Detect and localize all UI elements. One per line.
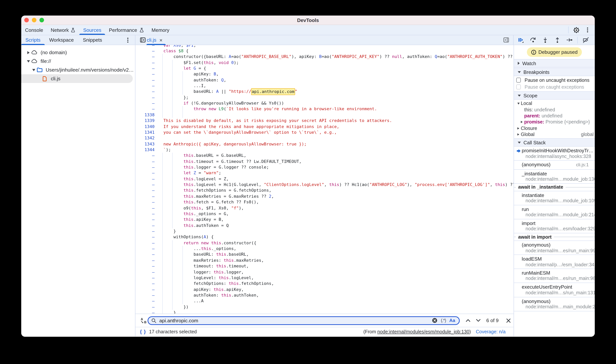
gutter-dash[interactable]: –	[135, 286, 154, 292]
window-titlebar[interactable]: DevTools	[21, 15, 595, 25]
call-stack-frame[interactable]: runnode:internal/m…module_job:214	[514, 205, 595, 219]
checkbox[interactable]	[516, 78, 521, 83]
code-line[interactable]: 1344`);	[135, 147, 514, 153]
tree-item-cli-js[interactable]: cli.js	[21, 74, 135, 83]
gutter-dash[interactable]: –	[135, 199, 154, 205]
code-line[interactable]: – let G = {	[135, 65, 514, 71]
call-stack-async-separator[interactable]: await in _instantiate	[514, 184, 595, 191]
chevron-right-icon[interactable]	[521, 121, 524, 123]
gutter-line-number[interactable]: 1342	[135, 135, 154, 141]
code-line[interactable]: – this.apiKey = B,	[135, 217, 514, 223]
code-line[interactable]: – this.fetchOptions = G.fetchOptions,	[135, 188, 514, 194]
code-line[interactable]: – ...A	[135, 298, 514, 304]
gutter-dash[interactable]: –	[135, 65, 154, 71]
gutter-dash[interactable]: –	[135, 304, 154, 310]
navigator-more-kebab-icon[interactable]	[124, 36, 132, 44]
gutter-dash[interactable]: –	[135, 292, 154, 298]
gutter-dash[interactable]: –	[135, 222, 154, 228]
previous-match-icon[interactable]	[464, 317, 472, 324]
chevron-right-icon[interactable]	[517, 127, 521, 130]
call-stack-frame[interactable]: (anonymous)cli.js:1	[514, 161, 595, 170]
code-line[interactable]: –var Xs0, $F1;	[135, 45, 514, 48]
gutter-dash[interactable]: –	[135, 153, 154, 159]
gutter-dash[interactable]: –	[135, 176, 154, 182]
tree-item--no-domain-[interactable]: (no domain)	[21, 48, 135, 57]
scope-row-promise[interactable]: promise: Promise {<pending>}	[514, 119, 595, 125]
code-line[interactable]: – this.fetch = G.fetch ?? Fs0(),	[135, 199, 514, 205]
code-line[interactable]: – baseURL: A || "https://api.anthropic.c…	[135, 89, 514, 95]
code-line[interactable]: – constructor({baseURL: A=ao("ANTHROPIC_…	[135, 54, 514, 60]
tree-item-file-[interactable]: file://	[21, 57, 135, 65]
navigator-tab-workspace[interactable]: Workspace	[44, 35, 78, 45]
gutter-dash[interactable]: –	[135, 106, 154, 112]
gutter-dash[interactable]: –	[135, 246, 154, 252]
breakpoints-section-header[interactable]: Breakpoints	[514, 68, 595, 76]
gutter-dash[interactable]: –	[135, 60, 154, 65]
editor-tab-cli-js[interactable]: cli.js ×	[146, 35, 166, 45]
code-line[interactable]: 1338	[135, 112, 514, 118]
gutter-dash[interactable]: –	[135, 275, 154, 281]
code-line[interactable]: – apiKey: this.apiKey,	[135, 286, 514, 292]
gutter-dash[interactable]: –	[135, 71, 154, 77]
code-line[interactable]: – this.maxRetries = G.maxRetries ?? 2,	[135, 194, 514, 199]
navigator-tab-snippets[interactable]: Snippets	[78, 35, 107, 45]
more-options-kebab-icon[interactable]	[584, 26, 591, 34]
call-stack-frame[interactable]: promiseInitHookWithDestroyTr…node:intern…	[514, 147, 595, 161]
gutter-dash[interactable]: –	[135, 170, 154, 176]
code-line[interactable]: 1342	[135, 135, 514, 141]
gutter-dash[interactable]: –	[135, 234, 154, 240]
code-line[interactable]: – this.timeout = G.timeout ?? Lw.DEFAULT…	[135, 158, 514, 164]
gutter-line-number[interactable]: 1339	[135, 118, 154, 124]
code-line[interactable]: – let Z = "warn";	[135, 170, 514, 176]
call-stack-section-header[interactable]: Call Stack	[514, 138, 595, 147]
gutter-dash[interactable]: –	[135, 164, 154, 170]
gutter-dash[interactable]: –	[135, 194, 154, 199]
call-stack-frame[interactable]: loadESMnode:internal/p…/esm_loader:34	[514, 255, 595, 269]
step-icon[interactable]	[566, 36, 573, 44]
code-line[interactable]: – this.logLevel = Z,	[135, 176, 514, 182]
gutter-dash[interactable]: –	[135, 217, 154, 223]
chevron-down-icon[interactable]	[517, 103, 521, 104]
code-line[interactable]: – ...I,	[135, 83, 514, 89]
tab-memory[interactable]: Memory	[148, 25, 173, 35]
code-line[interactable]: – if (!G.dangerouslyAllowBrowser && Ys0(…	[135, 100, 514, 106]
gutter-dash[interactable]: –	[135, 252, 154, 258]
gutter-dash[interactable]: –	[135, 188, 154, 194]
gutter-dash[interactable]: –	[135, 94, 154, 100]
minimize-window-button[interactable]	[32, 18, 36, 22]
code-line[interactable]: – apiKey: B,	[135, 71, 514, 77]
code-line[interactable]: 1339This is disabled by default, as it r…	[135, 118, 514, 124]
pretty-print-icon[interactable]: { }	[140, 329, 146, 335]
gutter-dash[interactable]: –	[135, 298, 154, 304]
gutter-dash[interactable]: –	[135, 158, 154, 164]
code-line[interactable]: – ...this._options,	[135, 246, 514, 252]
gutter-dash[interactable]: –	[135, 182, 154, 188]
checkbox[interactable]	[516, 85, 521, 89]
call-stack-frame[interactable]: (anonymous)node:internal/m…main_module:2	[514, 297, 595, 311]
code-line[interactable]: – withOptions(A) {	[135, 234, 514, 240]
call-stack-frame[interactable]: runMainESMnode:internal/m…es/run_main:98	[514, 269, 595, 283]
scope-row-this[interactable]: this: undefined	[514, 107, 595, 113]
gutter-dash[interactable]: –	[135, 45, 154, 48]
tab-network[interactable]: Network	[47, 25, 79, 35]
tab-console[interactable]: Console	[21, 25, 47, 35]
call-stack-frame[interactable]: executeUserEntryPointnode:internal/m…s/r…	[514, 283, 595, 297]
gutter-dash[interactable]: –	[135, 258, 154, 263]
code-line[interactable]: – throw new L9(`It looks like you're run…	[135, 106, 514, 112]
chevron-right-icon[interactable]	[26, 51, 31, 54]
zoom-window-button[interactable]	[40, 18, 44, 22]
code-line[interactable]: – };	[135, 94, 514, 100]
gutter-dash[interactable]: –	[135, 100, 154, 106]
scope-row-parent[interactable]: parent: undefined	[514, 113, 595, 119]
tab-performance[interactable]: Performance	[105, 25, 148, 35]
code-line[interactable]: – $F1.set(this, void 0);	[135, 60, 514, 65]
gutter-dash[interactable]: –	[135, 310, 154, 314]
gutter-line-number[interactable]: 1344	[135, 147, 154, 153]
gutter-dash[interactable]: –	[135, 281, 154, 286]
watch-section-header[interactable]: Watch	[514, 59, 595, 67]
code-line[interactable]: – logLevel: this.logLevel,	[135, 275, 514, 281]
code-editor[interactable]: –var Xs0, $F1;–class $8 {– constructor({…	[135, 45, 514, 314]
scope-section-header[interactable]: Scope	[514, 91, 595, 100]
gutter-dash[interactable]: –	[135, 269, 154, 275]
code-line[interactable]: – baseURL: this.baseURL,	[135, 252, 514, 258]
